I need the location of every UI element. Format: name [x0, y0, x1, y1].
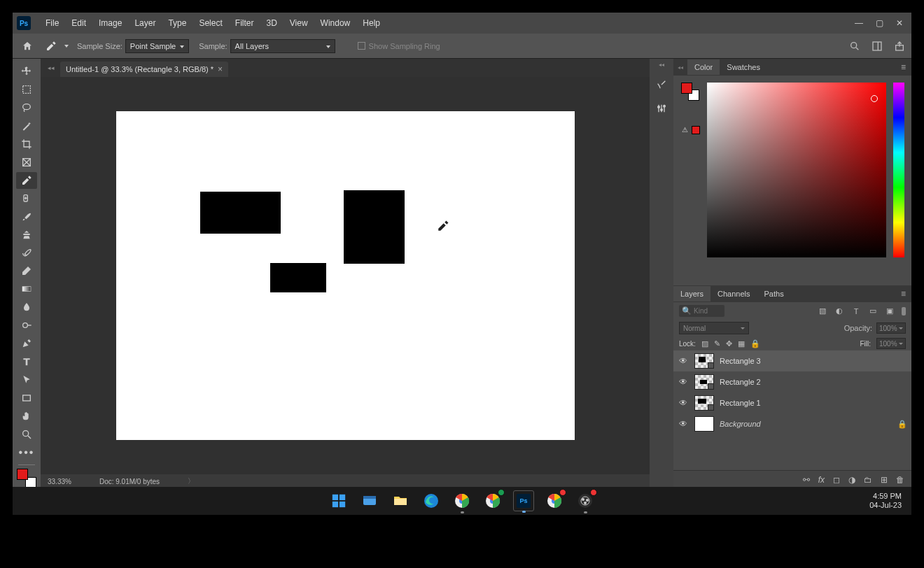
maximize-button[interactable]: ▢ [876, 18, 883, 28]
paths-tab[interactable]: Paths [757, 286, 791, 301]
menu-image[interactable]: Image [92, 18, 128, 28]
layer-filter-input[interactable] [694, 307, 722, 315]
path-selection-tool[interactable] [16, 371, 37, 388]
crop-tool[interactable] [16, 136, 37, 152]
opacity-input[interactable]: 100% [876, 322, 906, 334]
menu-file[interactable]: File [39, 18, 65, 28]
color-panel-menu[interactable]: ≡ [895, 62, 911, 72]
delete-layer-icon[interactable]: 🗑 [896, 475, 904, 485]
lock-all-icon[interactable]: 🔒 [750, 339, 760, 348]
layer-row[interactable]: 👁 Rectangle 1 [673, 392, 911, 413]
filter-toggle[interactable] [902, 307, 906, 315]
menu-filter[interactable]: Filter [229, 18, 260, 28]
eyedropper-tool[interactable] [16, 172, 37, 189]
menu-help[interactable]: Help [356, 18, 386, 28]
chrome-profile-icon[interactable] [482, 490, 503, 511]
zoom-level[interactable]: 33.33% [48, 478, 71, 485]
lock-pixels-icon[interactable]: ✎ [714, 339, 720, 348]
chrome-icon[interactable] [451, 490, 472, 511]
filter-type-icon[interactable]: T [851, 306, 861, 316]
layer-row[interactable]: 👁 Rectangle 3 [673, 350, 911, 371]
menu-layer[interactable]: Layer [128, 18, 162, 28]
menu-edit[interactable]: Edit [65, 18, 92, 28]
sample-select[interactable]: All Layers [230, 39, 335, 53]
layers-tab[interactable]: Layers [673, 286, 710, 301]
filter-pixel-icon[interactable]: ▧ [818, 306, 827, 316]
menu-type[interactable]: Type [162, 18, 192, 28]
layer-thumbnail[interactable] [694, 353, 714, 369]
show-sampling-ring-checkbox[interactable] [358, 42, 365, 50]
menu-select[interactable]: Select [192, 18, 228, 28]
color-panel-swatches[interactable] [681, 83, 699, 101]
layer-row[interactable]: 👁 Rectangle 2 [673, 371, 911, 392]
closest-color-swatch[interactable] [692, 126, 700, 134]
layer-name[interactable]: Rectangle 1 [720, 399, 761, 407]
chrome-canary-icon[interactable] [544, 490, 565, 511]
layer-name[interactable]: Rectangle 3 [720, 357, 761, 365]
lock-artboard-icon[interactable]: ▦ [738, 339, 745, 348]
document-tab[interactable]: Untitled-1 @ 33.3% (Rectangle 3, RGB/8) … [60, 62, 228, 77]
status-bar-more[interactable]: 〉 [188, 476, 195, 486]
lasso-tool[interactable] [16, 99, 37, 116]
menu-window[interactable]: Window [314, 18, 357, 28]
adjustments-panel-icon[interactable] [654, 101, 668, 115]
start-button[interactable] [328, 490, 349, 511]
link-layers-icon[interactable]: ⚯ [803, 475, 810, 485]
panel-grip[interactable]: ◂◂ [673, 64, 687, 71]
magic-wand-tool[interactable] [16, 118, 37, 134]
layer-style-icon[interactable]: fx [818, 475, 825, 485]
obs-icon[interactable] [575, 490, 596, 511]
channels-tab[interactable]: Channels [710, 286, 757, 301]
layer-name[interactable]: Rectangle 2 [720, 378, 761, 386]
layer-thumbnail[interactable] [694, 374, 714, 390]
system-clock[interactable]: 4:59 PM 04-Jul-23 [869, 492, 902, 510]
layer-thumbnail[interactable] [694, 395, 714, 411]
visibility-toggle[interactable]: 👁 [678, 377, 689, 387]
clone-stamp-tool[interactable] [16, 227, 37, 243]
layer-thumbnail[interactable] [694, 416, 714, 432]
new-layer-icon[interactable]: ⊞ [881, 475, 888, 485]
healing-brush-tool[interactable] [16, 190, 37, 207]
hue-slider[interactable] [893, 83, 904, 257]
pen-tool[interactable] [16, 335, 37, 352]
gamut-warning-icon[interactable]: ⚠ [681, 126, 690, 134]
foreground-color-swatch[interactable] [17, 469, 28, 480]
visibility-toggle[interactable]: 👁 [678, 356, 689, 366]
visibility-toggle[interactable]: 👁 [678, 398, 689, 408]
file-explorer-icon[interactable] [390, 490, 411, 511]
add-mask-icon[interactable]: ◻ [833, 475, 840, 485]
layer-name[interactable]: Background [720, 420, 761, 428]
search-icon[interactable] [848, 40, 861, 52]
close-tab-icon[interactable]: × [218, 64, 223, 74]
marquee-tool[interactable] [16, 81, 37, 98]
type-tool[interactable] [16, 353, 37, 370]
frame-tool[interactable] [16, 154, 37, 171]
move-tool[interactable] [16, 63, 37, 80]
edge-browser-icon[interactable] [421, 490, 442, 511]
blur-tool[interactable] [16, 299, 37, 315]
dodge-tool[interactable] [16, 317, 37, 334]
lock-position-icon[interactable]: ✥ [726, 339, 732, 348]
swatches-tab[interactable]: Swatches [720, 59, 767, 75]
blend-mode-select[interactable]: Normal [679, 322, 749, 334]
brush-tool[interactable] [16, 208, 37, 225]
tool-preset-dropdown[interactable] [63, 38, 70, 54]
filter-shape-icon[interactable]: ▭ [868, 306, 878, 316]
canvas-viewport[interactable] [41, 77, 650, 474]
layer-locked-icon[interactable]: 🔒 [897, 420, 907, 429]
minimize-button[interactable]: — [855, 18, 863, 28]
layer-filter-search[interactable]: 🔍 [679, 305, 724, 317]
doc-info[interactable]: Doc: 9.01M/0 bytes [99, 478, 160, 485]
visibility-toggle[interactable]: 👁 [678, 419, 689, 429]
hand-tool[interactable] [16, 408, 37, 425]
lock-transparency-icon[interactable]: ▨ [701, 339, 708, 348]
history-brush-tool[interactable] [16, 245, 37, 262]
edit-toolbar[interactable]: ••• [16, 444, 37, 461]
share-icon[interactable] [893, 40, 906, 52]
sample-size-select[interactable]: Point Sample [125, 39, 189, 53]
foreground-background-color[interactable] [17, 469, 36, 488]
rectangle-tool[interactable] [16, 390, 37, 406]
saturation-brightness-picker[interactable] [707, 83, 886, 257]
filter-smart-icon[interactable]: ▣ [885, 306, 895, 316]
close-button[interactable]: ✕ [896, 18, 903, 28]
